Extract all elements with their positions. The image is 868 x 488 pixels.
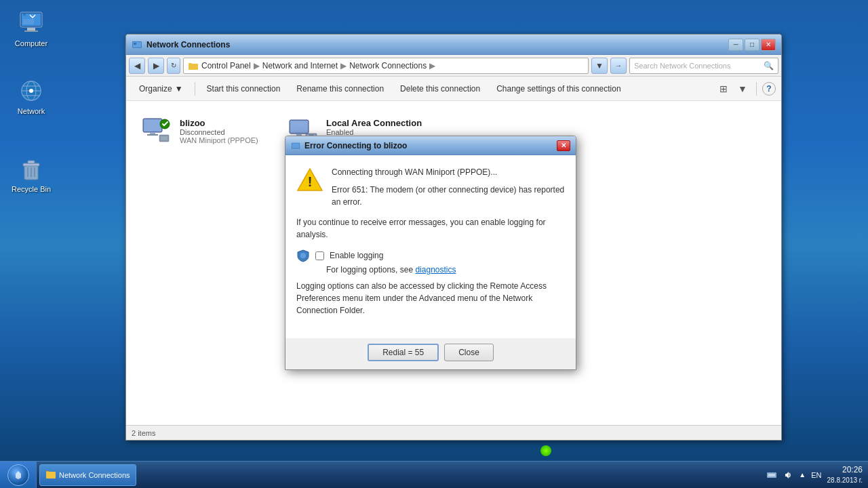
go-to-previous-button[interactable]: → bbox=[610, 58, 627, 74]
svg-text:!: ! bbox=[308, 174, 313, 189]
desktop-icon-recycle[interactable]: Recycle Bin bbox=[7, 152, 56, 197]
status-text: 2 items bbox=[132, 429, 155, 437]
back-button[interactable]: ◀ bbox=[129, 58, 145, 74]
blizoo-status: Disconnected bbox=[180, 128, 258, 136]
cursor-dot bbox=[540, 445, 551, 456]
svg-rect-22 bbox=[189, 64, 198, 70]
maximize-button[interactable]: □ bbox=[745, 39, 760, 51]
recycle-bin-label: Recycle Bin bbox=[12, 185, 51, 194]
tray-network-icon[interactable] bbox=[766, 470, 777, 481]
computer-icon-label: Computer bbox=[15, 39, 47, 48]
start-button[interactable] bbox=[0, 462, 37, 489]
logging-options-prefix: For logging options, see bbox=[326, 265, 413, 274]
enable-logging-checkbox[interactable] bbox=[315, 251, 324, 260]
blizoo-info: blizoo Disconnected WAN Miniport (PPPOE) bbox=[180, 118, 258, 144]
system-tray: ▲ EN 20:26 28.8.2013 г. bbox=[761, 465, 868, 485]
view-dropdown-button[interactable]: ▼ bbox=[734, 81, 751, 97]
dialog-close-button[interactable]: ✕ bbox=[557, 140, 570, 151]
blizoo-type: WAN Miniport (PPPOE) bbox=[180, 136, 258, 144]
path-sep-2: ▶ bbox=[340, 61, 347, 70]
delete-connection-button[interactable]: Delete this connection bbox=[393, 79, 488, 98]
path-part-2: Network and Internet bbox=[262, 61, 338, 70]
lan-name: Local Area Connection bbox=[326, 118, 441, 128]
folder-icon bbox=[188, 60, 199, 71]
dialog-title: Error Connecting to blizoo bbox=[304, 141, 557, 150]
connection-item-blizoo[interactable]: blizoo Disconnected WAN Miniport (PPPOE) bbox=[132, 106, 267, 155]
language-indicator: EN bbox=[811, 471, 821, 479]
blizoo-icon bbox=[140, 115, 173, 147]
dialog-main-text-block: Connecting through WAN Miniport (PPPOE).… bbox=[332, 166, 565, 208]
desktop-icon-network[interactable]: Network bbox=[7, 75, 56, 119]
logging-shield-icon bbox=[296, 249, 310, 262]
redial-button[interactable]: Redial = 55 bbox=[368, 344, 439, 361]
svg-rect-4 bbox=[23, 14, 26, 16]
tray-expand-icon[interactable]: ▲ bbox=[799, 471, 806, 479]
warning-icon: ! bbox=[296, 166, 323, 193]
path-dropdown-button[interactable]: ▼ bbox=[591, 58, 608, 74]
svg-rect-3 bbox=[24, 30, 38, 32]
dialog-top-row: ! Connecting through WAN Miniport (PPPOE… bbox=[296, 166, 565, 208]
address-path[interactable]: Control Panel ▶ Network and Internet ▶ N… bbox=[183, 58, 589, 74]
rename-label: Rename this connection bbox=[296, 84, 384, 94]
dialog-titlebar: Error Connecting to blizoo ✕ bbox=[285, 136, 576, 155]
svg-rect-5 bbox=[23, 19, 34, 24]
lan-status: Enabled bbox=[326, 128, 441, 136]
computer-icon bbox=[18, 9, 45, 37]
view-toggle-button[interactable]: ⊞ bbox=[715, 81, 732, 97]
window-titlebar: Network Connections ─ □ ✕ bbox=[126, 35, 781, 55]
change-settings-button[interactable]: Change settings of this connection bbox=[489, 79, 628, 98]
logging-options-text-row: For logging options, see diagnostics bbox=[326, 265, 565, 274]
blizoo-name: blizoo bbox=[180, 118, 258, 128]
start-connection-button[interactable]: Start this connection bbox=[199, 79, 288, 98]
forward-button[interactable]: ▶ bbox=[148, 58, 164, 74]
dialog-buttons: Redial = 55 Close bbox=[285, 338, 576, 369]
start-orb bbox=[7, 464, 29, 486]
toolbar-sep-1 bbox=[195, 82, 195, 96]
clock-time: 20:26 bbox=[827, 465, 863, 476]
taskbar-explorer-label: Network Connections bbox=[59, 471, 130, 479]
change-settings-label: Change settings of this connection bbox=[496, 84, 620, 94]
clock-date: 28.8.2013 г. bbox=[827, 476, 863, 485]
tray-volume-icon[interactable] bbox=[783, 470, 793, 481]
connecting-text: Connecting through WAN Miniport (PPPOE).… bbox=[332, 166, 565, 178]
path-sep-1: ▶ bbox=[254, 61, 260, 70]
path-part-3: Network Connections bbox=[349, 61, 427, 70]
desktop-icon-computer[interactable]: Computer bbox=[7, 7, 56, 51]
svg-rect-2 bbox=[27, 28, 35, 30]
organize-label: Organize bbox=[139, 84, 172, 94]
svg-rect-25 bbox=[150, 132, 155, 134]
taskbar: Network Connections ▲ EN 20:26 28.8.2013… bbox=[0, 461, 868, 488]
organize-dropdown-icon: ▼ bbox=[175, 84, 183, 94]
diagnostics-link[interactable]: diagnostics bbox=[415, 265, 456, 274]
advanced-text: Logging options can also be accessed by … bbox=[296, 280, 565, 317]
explorer-taskbar-icon bbox=[45, 470, 56, 481]
enable-logging-row: Enable logging bbox=[296, 249, 565, 262]
rename-connection-button[interactable]: Rename this connection bbox=[289, 79, 391, 98]
search-box[interactable]: Search Network Connections 🔍 bbox=[629, 58, 778, 74]
svg-rect-26 bbox=[147, 134, 158, 136]
dialog-title-icon bbox=[291, 141, 300, 150]
svg-rect-21 bbox=[134, 43, 136, 45]
dialog-info-text: If you continue to receive error message… bbox=[296, 216, 565, 241]
svg-rect-33 bbox=[290, 121, 308, 133]
window-icon bbox=[132, 39, 142, 50]
search-icon: 🔍 bbox=[764, 61, 774, 70]
toolbar-right: ⊞ ▼ ? bbox=[715, 81, 776, 97]
toolbar: Organize ▼ Start this connection Rename … bbox=[126, 77, 781, 101]
svg-point-46 bbox=[300, 253, 306, 258]
enable-logging-label[interactable]: Enable logging bbox=[330, 251, 383, 260]
clock[interactable]: 20:26 28.8.2013 г. bbox=[827, 465, 863, 485]
organize-button[interactable]: Organize ▼ bbox=[132, 79, 191, 98]
search-placeholder: Search Network Connections bbox=[634, 62, 730, 70]
taskbar-explorer-button[interactable]: Network Connections bbox=[39, 464, 136, 486]
close-button[interactable]: ✕ bbox=[761, 39, 776, 51]
minimize-button[interactable]: ─ bbox=[728, 39, 743, 51]
refresh-button[interactable]: ↻ bbox=[167, 58, 180, 74]
error-dialog: Error Connecting to blizoo ✕ ! Connectin… bbox=[285, 136, 576, 370]
help-button[interactable]: ? bbox=[762, 82, 776, 96]
error-text: Error 651: The modem (or other connectin… bbox=[332, 184, 565, 208]
close-dialog-button[interactable]: Close bbox=[444, 344, 494, 361]
svg-rect-15 bbox=[28, 161, 35, 163]
recycle-bin-icon bbox=[18, 155, 45, 182]
path-part-1: Control Panel bbox=[201, 61, 251, 70]
